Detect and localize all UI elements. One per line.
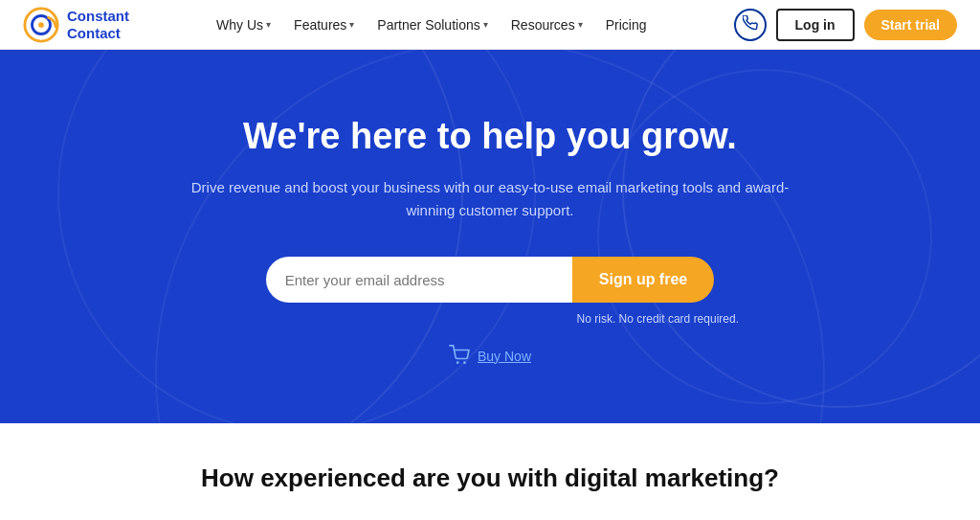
nav-links: Why Us ▾ Features ▾ Partner Solutions ▾ … — [207, 11, 656, 38]
no-risk-text: No risk. No credit card required. — [241, 312, 739, 326]
start-trial-button[interactable]: Start trial — [864, 10, 957, 40]
hero-title: We're here to help you grow. — [243, 116, 737, 157]
nav-item-features[interactable]: Features ▾ — [284, 11, 364, 38]
signup-button[interactable]: Sign up free — [572, 257, 714, 303]
nav-item-partner-solutions[interactable]: Partner Solutions ▾ — [368, 11, 497, 38]
hero-content: We're here to help you grow. Drive reven… — [23, 116, 957, 367]
bottom-section: How experienced are you with digital mar… — [0, 423, 980, 520]
buy-now-row[interactable]: Buy Now — [449, 345, 531, 367]
svg-point-3 — [457, 361, 459, 364]
cart-icon — [449, 345, 470, 367]
svg-point-2 — [38, 22, 44, 28]
logo-text: Constant Contact — [67, 8, 129, 42]
phone-button[interactable] — [734, 9, 767, 41]
logo[interactable]: Constant Contact — [23, 7, 129, 43]
nav-item-pricing[interactable]: Pricing — [596, 11, 657, 38]
navbar: Constant Contact Why Us ▾ Features ▾ Par… — [0, 0, 980, 50]
nav-item-resources[interactable]: Resources ▾ — [501, 11, 592, 38]
logo-icon — [23, 7, 59, 43]
svg-point-4 — [463, 361, 466, 364]
bottom-question: How experienced are you with digital mar… — [201, 463, 779, 493]
phone-icon — [743, 15, 758, 34]
email-input[interactable] — [266, 257, 572, 303]
nav-actions: Log in Start trial — [734, 9, 957, 41]
login-button[interactable]: Log in — [776, 9, 855, 41]
hero-subtitle: Drive revenue and boost your business wi… — [184, 176, 796, 222]
chevron-down-icon: ▾ — [349, 19, 354, 30]
chevron-down-icon: ▾ — [578, 19, 583, 30]
nav-item-why-us[interactable]: Why Us ▾ — [207, 11, 280, 38]
chevron-down-icon: ▾ — [483, 19, 488, 30]
buy-now-link[interactable]: Buy Now — [478, 349, 531, 364]
chevron-down-icon: ▾ — [266, 19, 271, 30]
signup-form: Sign up free — [266, 257, 714, 303]
hero-section: We're here to help you grow. Drive reven… — [0, 50, 980, 423]
